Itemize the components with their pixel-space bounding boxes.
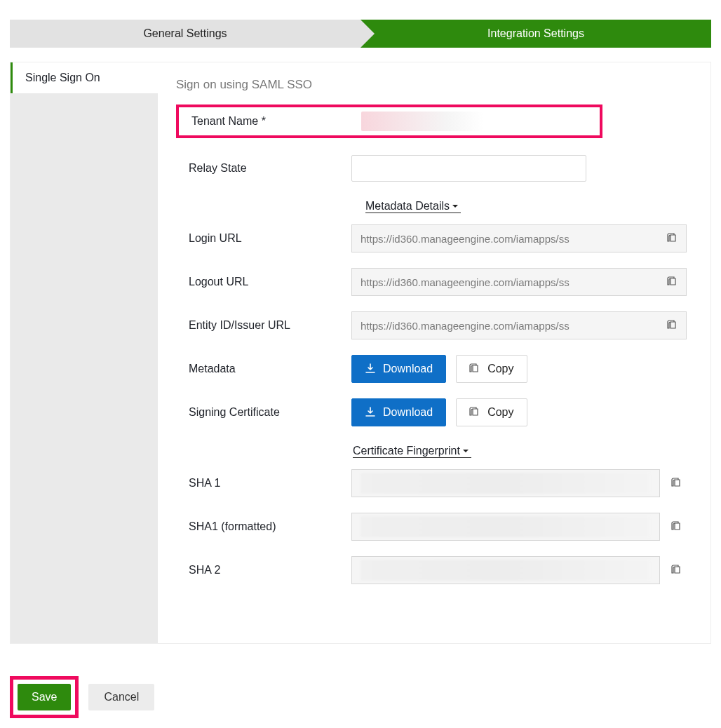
cancel-button[interactable]: Cancel bbox=[88, 684, 154, 710]
row-signing-cert: Signing Certificate Download Copy bbox=[176, 398, 687, 426]
entity-id-field: https://id360.manageengine.com/iamapps/s… bbox=[351, 311, 687, 339]
sha1fmt-label: SHA1 (formatted) bbox=[176, 520, 351, 533]
cert-fingerprint-toggle[interactable]: Certificate Fingerprint bbox=[353, 445, 471, 458]
sidebar-item-sso[interactable]: Single Sign On bbox=[11, 62, 158, 93]
step-general-settings[interactable]: General Settings bbox=[10, 20, 360, 48]
sha1-label: SHA 1 bbox=[176, 477, 351, 490]
logout-url-value: https://id360.manageengine.com/iamapps/s… bbox=[351, 268, 659, 296]
entity-id-value: https://id360.manageengine.com/iamapps/s… bbox=[351, 311, 659, 339]
row-login-url: Login URL https://id360.manageengine.com… bbox=[176, 224, 687, 252]
download-icon bbox=[365, 363, 376, 375]
sha2-value bbox=[351, 556, 660, 584]
footer-actions: Save Cancel bbox=[10, 676, 711, 718]
metadata-label: Metadata bbox=[176, 363, 351, 375]
download-metadata-button[interactable]: Download bbox=[351, 355, 446, 383]
copy-cert-button[interactable]: Copy bbox=[456, 398, 527, 426]
relay-state-label: Relay State bbox=[176, 162, 351, 175]
logout-url-field: https://id360.manageengine.com/iamapps/s… bbox=[351, 268, 687, 296]
copy-icon bbox=[469, 363, 480, 375]
copy-icon[interactable] bbox=[667, 513, 687, 541]
row-sha2: SHA 2 bbox=[176, 556, 687, 584]
copy-icon[interactable] bbox=[667, 469, 687, 497]
logout-url-label: Logout URL bbox=[176, 276, 351, 288]
stepper: General Settings Integration Settings bbox=[10, 20, 711, 48]
row-logout-url: Logout URL https://id360.manageengine.co… bbox=[176, 268, 687, 296]
metadata-details-toggle[interactable]: Metadata Details bbox=[365, 200, 461, 213]
caret-down-icon bbox=[450, 201, 461, 212]
login-url-field: https://id360.manageengine.com/iamapps/s… bbox=[351, 224, 687, 252]
sha1-value bbox=[351, 469, 660, 497]
row-relay-state: Relay State bbox=[176, 155, 687, 182]
copy-icon[interactable] bbox=[659, 268, 687, 296]
step-label: General Settings bbox=[143, 27, 227, 40]
caret-down-icon bbox=[460, 445, 471, 457]
entity-id-label: Entity ID/Issuer URL bbox=[176, 319, 351, 332]
tenant-name-label: Tenant Name * bbox=[179, 115, 361, 128]
sha2-label: SHA 2 bbox=[176, 564, 351, 577]
row-sha1: SHA 1 bbox=[176, 469, 687, 497]
step-label: Integration Settings bbox=[487, 27, 584, 40]
sha1fmt-value bbox=[351, 513, 660, 541]
download-cert-button[interactable]: Download bbox=[351, 398, 446, 426]
copy-icon[interactable] bbox=[659, 311, 687, 339]
copy-icon[interactable] bbox=[659, 224, 687, 252]
signing-cert-label: Signing Certificate bbox=[176, 406, 351, 419]
content: Sign on using SAML SSO Tenant Name * Rel… bbox=[158, 62, 710, 643]
save-highlight: Save bbox=[10, 676, 79, 718]
copy-icon[interactable] bbox=[667, 556, 687, 584]
relay-state-input[interactable] bbox=[351, 155, 586, 182]
row-sha1-formatted: SHA1 (formatted) bbox=[176, 513, 687, 541]
step-integration-settings[interactable]: Integration Settings bbox=[360, 20, 711, 48]
section-title: Sign on using SAML SSO bbox=[176, 78, 687, 92]
side-nav: Single Sign On bbox=[11, 62, 158, 643]
login-url-label: Login URL bbox=[176, 232, 351, 245]
settings-panel: Single Sign On Sign on using SAML SSO Te… bbox=[10, 62, 711, 644]
copy-metadata-button[interactable]: Copy bbox=[456, 355, 527, 383]
tenant-name-highlight: Tenant Name * bbox=[176, 105, 602, 138]
save-button[interactable]: Save bbox=[18, 684, 71, 710]
sidebar-item-label: Single Sign On bbox=[25, 72, 100, 83]
copy-icon bbox=[469, 407, 480, 418]
row-metadata: Metadata Download Copy bbox=[176, 355, 687, 383]
row-entity-id: Entity ID/Issuer URL https://id360.manag… bbox=[176, 311, 687, 339]
tenant-name-input[interactable] bbox=[361, 112, 484, 131]
download-icon bbox=[365, 407, 376, 418]
required-asterisk: * bbox=[262, 115, 266, 127]
login-url-value: https://id360.manageengine.com/iamapps/s… bbox=[351, 224, 659, 252]
